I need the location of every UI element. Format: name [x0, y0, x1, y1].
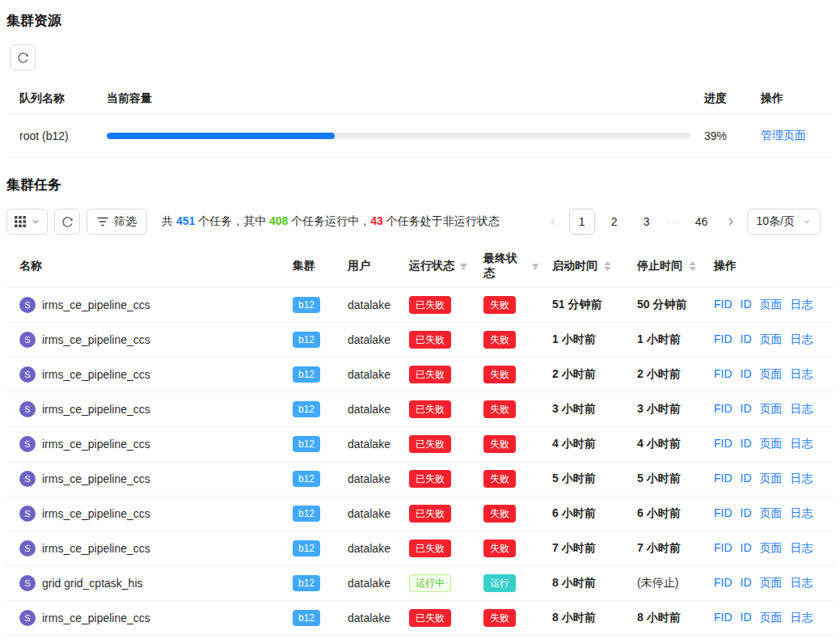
action-link[interactable]: FID [714, 472, 732, 485]
action-link[interactable]: 页面 [760, 611, 783, 624]
final-status-badge: 运行 [483, 574, 516, 592]
run-status-badge: 已失败 [409, 296, 451, 314]
user-cell: datalake [335, 531, 396, 566]
running-count: 408 [269, 214, 288, 227]
action-link[interactable]: FID [714, 576, 732, 589]
chevron-left-icon [548, 217, 558, 226]
action-link[interactable]: FID [714, 611, 732, 624]
action-link[interactable]: 日志 [791, 402, 813, 415]
action-link[interactable]: 日志 [791, 506, 813, 519]
user-cell: datalake [335, 427, 396, 462]
layout-dropdown-button[interactable] [6, 209, 48, 235]
action-link[interactable]: 页面 [760, 506, 783, 519]
cluster-tag: b12 [293, 436, 320, 452]
progress-bar [107, 133, 691, 139]
user-cell: datalake [335, 462, 396, 497]
col-final-status[interactable]: 最终状态 [471, 246, 539, 288]
action-link[interactable]: 页面 [760, 367, 783, 380]
action-link[interactable]: FID [714, 437, 732, 450]
action-link[interactable]: 页面 [760, 472, 783, 485]
action-link[interactable]: 日志 [791, 576, 813, 589]
task-name: irms_ce_pipeline_ccs [42, 507, 150, 520]
action-link[interactable]: 页面 [760, 332, 783, 345]
action-link[interactable]: 日志 [791, 332, 813, 345]
not-running-count: 43 [370, 214, 383, 227]
manage-page-link[interactable]: 管理页面 [761, 129, 806, 142]
filter-icon[interactable] [531, 262, 539, 271]
user-cell: datalake [335, 392, 396, 427]
action-link[interactable]: 日志 [791, 437, 813, 450]
page-button-3[interactable]: 3 [634, 209, 660, 235]
action-link[interactable]: FID [714, 541, 732, 554]
action-link[interactable]: ID [741, 402, 752, 415]
action-link[interactable]: 页面 [760, 541, 783, 554]
final-status-badge: 失败 [483, 505, 516, 523]
row-actions: FIDID页面日志 [701, 358, 834, 392]
action-link[interactable]: ID [741, 367, 752, 380]
action-link[interactable]: ID [741, 437, 752, 450]
action-link[interactable]: ID [741, 541, 752, 554]
sort-icon[interactable] [604, 261, 611, 271]
col-start-time[interactable]: 启动时间 [539, 246, 624, 288]
table-row: Sirms_ce_pipeline_ccs b12 datalake 已失败 失… [6, 601, 834, 636]
col-stop-time[interactable]: 停止时间 [624, 246, 701, 288]
action-link[interactable]: FID [714, 332, 732, 345]
cluster-tag: b12 [293, 575, 320, 591]
cluster-tasks-title: 集群任务 [6, 176, 834, 194]
task-name: irms_ce_pipeline_ccs [42, 472, 150, 485]
action-link[interactable]: ID [741, 611, 752, 624]
page-button-2[interactable]: 2 [602, 209, 627, 235]
action-link[interactable]: FID [714, 367, 732, 380]
action-link[interactable]: 日志 [791, 611, 813, 624]
refresh-icon [17, 52, 29, 64]
sort-icon[interactable] [689, 261, 696, 271]
action-link[interactable]: FID [714, 506, 732, 519]
action-link[interactable]: ID [741, 332, 752, 345]
run-status-badge: 已失败 [409, 435, 451, 453]
page-button-1[interactable]: 1 [569, 209, 595, 235]
action-link[interactable]: 页面 [760, 298, 783, 311]
page-ellipsis[interactable]: ··· [666, 215, 682, 228]
action-link[interactable]: 页面 [760, 576, 783, 589]
start-time: 8 小时前 [539, 566, 624, 601]
run-status-badge: 已失败 [409, 400, 451, 418]
action-link[interactable]: FID [714, 298, 732, 311]
action-link[interactable]: 日志 [791, 367, 813, 380]
prev-page-button[interactable] [543, 209, 563, 235]
caret-up-icon [604, 261, 611, 265]
avatar: S [19, 575, 36, 591]
stop-time: 1 小时前 [624, 323, 701, 358]
action-link[interactable]: ID [741, 298, 752, 311]
page-button-46[interactable]: 46 [689, 209, 715, 235]
col-run-status[interactable]: 运行状态 [396, 246, 471, 288]
action-link[interactable]: 页面 [760, 402, 783, 415]
action-link[interactable]: 日志 [791, 472, 813, 485]
row-actions: FIDID页面日志 [701, 497, 834, 531]
action-link[interactable]: 日志 [791, 298, 813, 311]
page-size-select[interactable]: 10条/页 [747, 209, 821, 235]
tasks-refresh-button[interactable] [54, 209, 80, 235]
action-link[interactable]: 页面 [760, 437, 783, 450]
task-summary: 共 451 个任务，其中 408 个任务运行中，43 个任务处于非运行状态 [162, 214, 500, 229]
next-page-button[interactable] [721, 209, 741, 235]
row-actions: FIDID页面日志 [701, 601, 834, 636]
avatar: S [19, 401, 36, 417]
tasks-header-row: 名称 集群 用户 运行状态 最终状态 启动时间 停止时间 操作 [6, 246, 834, 288]
filter-icon[interactable] [459, 262, 468, 271]
resources-refresh-button[interactable] [10, 44, 36, 70]
capacity-cell [107, 115, 704, 158]
filter-icon [97, 217, 108, 226]
final-status-badge: 失败 [483, 366, 516, 383]
chevron-down-icon [803, 218, 811, 226]
task-name: irms_ce_pipeline_ccs [42, 611, 150, 624]
final-status-badge: 失败 [483, 609, 516, 627]
col-capacity: 当前容量 [107, 85, 704, 115]
action-link[interactable]: ID [741, 472, 752, 485]
action-link[interactable]: ID [741, 576, 752, 589]
table-row: Sirms_ce_pipeline_ccs b12 datalake 已失败 失… [6, 288, 834, 323]
action-link[interactable]: ID [741, 506, 752, 519]
action-link[interactable]: FID [714, 402, 732, 415]
avatar: S [19, 366, 36, 383]
action-link[interactable]: 日志 [791, 541, 813, 554]
filter-button[interactable]: 筛选 [87, 209, 147, 235]
